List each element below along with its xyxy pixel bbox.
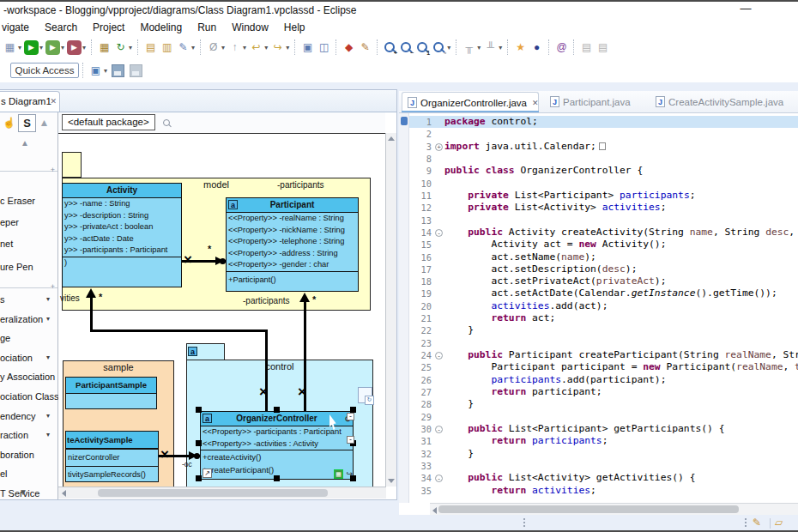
selection-handle[interactable] [274,475,280,481]
new-wizard-icon[interactable]: ▣ [88,63,103,78]
show-members-icon[interactable]: ▦ [334,469,343,479]
align-top-icon[interactable]: ╥ [462,40,476,55]
selection-handle[interactable] [196,440,202,446]
update-project-icon[interactable]: ↻ [113,40,128,55]
open-perspective-icon[interactable]: ▣ [300,40,315,55]
editor-tab-organizercontroller-java[interactable]: JOrganizerController.java✕ [402,92,539,112]
dropdown-caret-icon[interactable]: ▾ [46,426,50,444]
format-brush-icon[interactable]: ✎ [358,40,372,55]
scroll-up-icon[interactable] [388,136,395,141]
align-top-icon-caret[interactable]: ▾ [477,44,481,51]
wand-icon[interactable]: ✎ [176,40,190,55]
skip-breakpoints-icon-caret[interactable]: ▾ [221,44,225,51]
globe-icon[interactable]: ● [529,40,544,55]
selection-tool-button[interactable]: S [18,114,36,132]
folder-icon[interactable]: ▥ [160,40,174,55]
mark-occurrences-icon-caret[interactable]: ▾ [243,44,246,51]
model-star-icon[interactable]: ★ [513,40,528,55]
class-activity[interactable]: Activity y>> -name : Stringy>> -descript… [62,183,182,287]
palette-splitter-handle[interactable]: + [51,166,55,174]
clipped-icon[interactable]: ▦ [3,40,17,55]
association-line[interactable] [90,329,268,332]
code-area[interactable]: package control;import java.util.Calenda… [444,113,798,503]
hand-tool-icon[interactable]: ☝ [1,114,17,130]
class-participant-sample[interactable]: ParticipantSample [65,377,157,409]
selection-handle[interactable] [196,407,202,413]
menu-window[interactable]: Window [224,19,276,33]
scroll-left-icon[interactable] [432,507,437,514]
tab-class-diagram1[interactable]: s Diagram1 ✕ [0,91,60,112]
skip-breakpoints-icon[interactable]: Ø [206,40,221,55]
palette-item-s[interactable]: s▾ [0,291,5,308]
palette-item-boration[interactable]: boration [0,446,34,463]
control-package-tab[interactable]: a [186,343,225,360]
palette-item-yassociation[interactable]: y Association [0,368,55,385]
dropdown-caret-icon[interactable]: ▾ [46,349,50,366]
fold-toggle-icon[interactable]: - [435,229,443,237]
fast-view-icon[interactable]: ◫ [317,40,331,55]
menu-run[interactable]: Run [190,19,224,33]
palette-item-endency[interactable]: endency▾ [0,408,36,425]
save-all-icon[interactable] [130,64,142,77]
fold-toggle-icon[interactable]: - [435,475,443,482]
menu-modeling[interactable]: Modeling [132,19,190,33]
coverage-icon[interactable]: ▶ [45,40,60,55]
wand-icon-caret[interactable]: ▾ [191,44,195,51]
coverage-icon-caret[interactable]: ▾ [61,44,64,51]
fold-toggle-icon[interactable]: - [435,426,443,433]
palette-scroll-up-icon[interactable]: ▲ [21,138,29,148]
forward-icon[interactable]: ↪ [270,40,285,55]
zoom-fit-icon[interactable]: ▫ [432,40,446,55]
association-line[interactable] [90,297,93,331]
diagram-horizontal-scrollbar[interactable] [58,487,386,499]
class-participant[interactable]: a Participant <<Property>> -realName : S… [226,197,359,292]
palette-splitter-handle[interactable]: + [51,282,55,291]
scroll-left-icon[interactable] [62,490,66,497]
breadcrumb[interactable]: <default package> [62,114,155,130]
diagram-vertical-scrollbar[interactable] [385,133,396,487]
fold-toggle-icon[interactable]: - [435,352,443,360]
close-icon[interactable]: ✕ [532,99,539,107]
dropdown-caret-icon[interactable]: ▾ [46,291,50,308]
palette-item-ceraser[interactable]: c Eraser [0,192,35,209]
palette-item-ge[interactable]: ge [0,329,10,347]
back-icon[interactable]: ↩ [249,40,263,55]
palette-item-urepen[interactable]: ure Pen [0,258,33,275]
selection-handle[interactable] [274,407,280,413]
mail-icon[interactable]: @ [554,40,569,55]
last-edit-icon[interactable]: ▤ [579,40,594,55]
collapse-attributes-button[interactable]: - [347,413,354,420]
model-package-tab[interactable] [62,152,82,178]
run-icon[interactable]: ▶ [24,40,39,55]
profile-icon-caret[interactable]: ▾ [82,44,86,51]
profile-icon[interactable]: ▶ [67,40,82,55]
diagram-canvas[interactable]: model -participants sample a control × *… [58,133,386,487]
mark-occurrences-icon[interactable]: ↑ [227,40,242,55]
zoom-actual-icon[interactable]: 1 [415,40,430,55]
menu-help[interactable]: Help [276,19,313,33]
palette-item-el[interactable]: el [0,465,8,482]
new-java-project-icon[interactable]: ▦ [97,40,112,55]
scrollbar-thumb[interactable] [438,505,739,513]
menu-vigate[interactable]: vigate [0,19,37,33]
save-icon[interactable] [112,64,124,77]
scroll-down-icon[interactable] [388,479,395,483]
class-create-activity-sample[interactable]: teActivitySample nizerControllertivitySa… [65,431,159,482]
palette-item-eper[interactable]: eper [0,214,19,231]
open-folder-icon[interactable]: ▤ [143,40,158,55]
palette-item-raction[interactable]: raction▾ [0,426,28,444]
bookmark-icon[interactable]: ◆ [342,40,356,55]
editor-horizontal-scrollbar[interactable] [430,503,798,515]
collapse-operations-button[interactable]: - [347,436,354,444]
palette-item-eralization[interactable]: eralization▾ [0,311,43,328]
new-wizard-caret[interactable]: ▾ [104,67,107,75]
menu-search[interactable]: Search [37,19,85,33]
zoom-out-icon[interactable]: − [399,40,414,55]
overview-map-icon[interactable]: ▱ [775,517,783,529]
forward-icon-caret[interactable]: ▾ [286,44,289,51]
align-bottom-icon[interactable]: ╨ [483,40,498,55]
writing-mode-icon[interactable]: ✎ [753,517,761,529]
sync-hint-icon[interactable]: ↻ [358,387,372,403]
editor-tab-createactivitysample-java[interactable]: JCreateActivitySample.java [650,92,783,112]
resource-cursor-icon[interactable]: ↪ [345,469,354,479]
